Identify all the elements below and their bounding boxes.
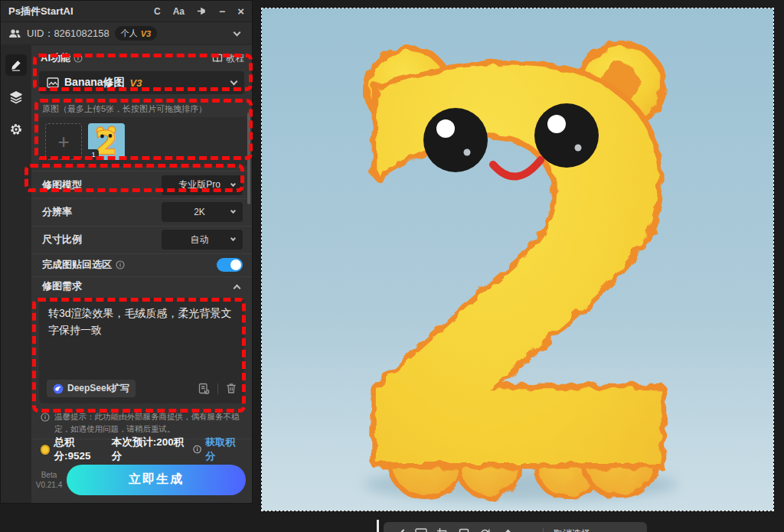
info-icon — [193, 445, 201, 454]
version-label: Beta V0.21.4 — [34, 470, 64, 490]
text-cursor — [377, 520, 379, 532]
chevron-down-icon — [230, 208, 236, 214]
info-icon — [116, 260, 125, 269]
prompt-textarea[interactable]: 转3d渲染效果，毛绒质感，柔光背景文字保持一致 DeepSeek扩写 — [39, 298, 244, 403]
prompt-text: 转3d渲染效果，毛绒质感，柔光背景文字保持一致 — [48, 305, 235, 338]
chevron-up-icon — [234, 284, 241, 292]
titlebar: Ps插件StartAI C Aa − × — [1, 1, 252, 22]
close-icon[interactable]: × — [237, 5, 244, 17]
source-images-label: 原图（最多上传5张，长按图片可拖拽排序） — [31, 99, 252, 117]
tutorial-label: 教程 — [226, 52, 244, 65]
setting-label: 分辨率 — [42, 205, 72, 219]
model-version: V3 — [130, 77, 142, 89]
credits-row: 总积分:9525 本次预计:200积分 获取积分 — [31, 439, 252, 460]
square-select-icon[interactable] — [459, 528, 469, 532]
service-notice: 温馨提示：此功能由外部服务商提供，偶有服务不稳定，如遇使用问题，请稍后重试。 — [31, 408, 252, 439]
svg-text:2: 2 — [334, 8, 707, 511]
paste-back-label: 完成图贴回选区 — [42, 258, 112, 272]
plan-badge: 个人 V3 — [115, 26, 157, 41]
rail-edit-tool[interactable] — [5, 54, 27, 76]
info-icon — [74, 54, 83, 63]
coin-icon — [41, 445, 50, 455]
paste-back-row: 完成图贴回选区 — [31, 253, 252, 276]
window-title: Ps插件StartAI — [8, 5, 74, 18]
setting-row-aspect: 尺寸比例 自动 — [31, 226, 252, 253]
deepseek-expand-button[interactable]: DeepSeek扩写 — [47, 380, 136, 397]
info-icon — [41, 413, 50, 422]
model-selector-dropdown[interactable]: Banana修图 V3 — [39, 71, 244, 94]
confirm-check-icon[interactable] — [393, 528, 405, 532]
setting-label: 尺寸比例 — [42, 233, 82, 246]
brush-icon[interactable] — [501, 528, 512, 532]
add-image-button[interactable]: + — [45, 123, 82, 160]
upload-area: + 2 1 — [39, 117, 247, 166]
artwork-plush-two: 2 — [262, 8, 773, 511]
chevron-down-icon — [230, 181, 236, 187]
selection-toolbar: ⋯ 取消选择 — [384, 522, 647, 532]
history-notes-icon[interactable] — [198, 383, 210, 395]
users-icon — [8, 28, 21, 39]
account-row[interactable]: UID：8261082158 个人 V3 — [1, 22, 252, 45]
chevron-down-icon[interactable] — [234, 28, 241, 36]
gear-icon — [9, 122, 23, 136]
image-icon[interactable] — [415, 528, 427, 532]
canvas-image[interactable]: 2 — [261, 8, 774, 511]
trash-icon[interactable] — [226, 383, 237, 394]
tutorial-link[interactable]: 教程 — [212, 52, 244, 65]
chevron-down-icon — [230, 78, 238, 86]
pencil-icon — [10, 59, 22, 71]
pin-icon[interactable] — [197, 6, 207, 16]
chevron-down-icon — [230, 236, 236, 241]
setting-label: 修图模型 — [42, 178, 82, 192]
aspect-ratio-dropdown[interactable]: 自动 — [162, 230, 243, 250]
font-size-icon[interactable]: Aa — [173, 7, 185, 16]
more-options-icon[interactable]: ⋯ — [522, 528, 533, 532]
image-edit-icon — [47, 77, 59, 88]
paste-back-toggle[interactable] — [217, 258, 243, 272]
refresh-icon[interactable]: C — [154, 7, 161, 16]
setting-row-model: 修图模型 专业版Pro — [31, 171, 252, 198]
thumbnail-count-badge: 1 — [88, 149, 99, 160]
deepseek-icon — [53, 383, 64, 394]
plus-icon: + — [57, 132, 69, 152]
layers-icon — [9, 90, 23, 104]
minimize-icon[interactable]: − — [219, 6, 225, 17]
crop-icon[interactable] — [437, 528, 449, 532]
rail-layers-tool[interactable] — [5, 86, 27, 108]
uploaded-image-thumbnail[interactable]: 2 1 — [88, 123, 125, 160]
setting-row-resolution: 分辨率 2K — [31, 198, 252, 226]
svg-text:2: 2 — [96, 126, 117, 160]
uid-label: UID：8261082158 — [27, 27, 109, 41]
tool-rail — [1, 45, 31, 503]
notice-text: 温馨提示：此功能由外部服务商提供，偶有服务不稳定，如遇使用问题，请稍后重试。 — [54, 411, 241, 436]
panel-scrollbar[interactable] — [247, 113, 250, 204]
book-icon — [212, 54, 223, 63]
plugin-window: Ps插件StartAI C Aa − × UID：8261082158 个人 V… — [0, 0, 253, 504]
plan-version: V3 — [141, 29, 151, 38]
prompt-section-header[interactable]: 修图需求 — [31, 276, 252, 296]
prompt-header-label: 修图需求 — [42, 279, 82, 293]
panel-content: AI功能 教程 Banana修图 V3 原图（最多上传5张，长按图片可拖拽排序）… — [31, 45, 252, 503]
cancel-selection-button[interactable]: 取消选择 — [554, 527, 590, 532]
section-title: AI功能 — [41, 51, 70, 65]
model-name: Banana修图 — [64, 76, 125, 90]
model-type-dropdown[interactable]: 专业版Pro — [162, 175, 243, 195]
resolution-dropdown[interactable]: 2K — [162, 202, 243, 222]
redo-icon[interactable] — [479, 528, 491, 532]
generate-button[interactable]: 立即生成 — [67, 465, 246, 495]
rail-settings-tool[interactable] — [5, 119, 27, 140]
